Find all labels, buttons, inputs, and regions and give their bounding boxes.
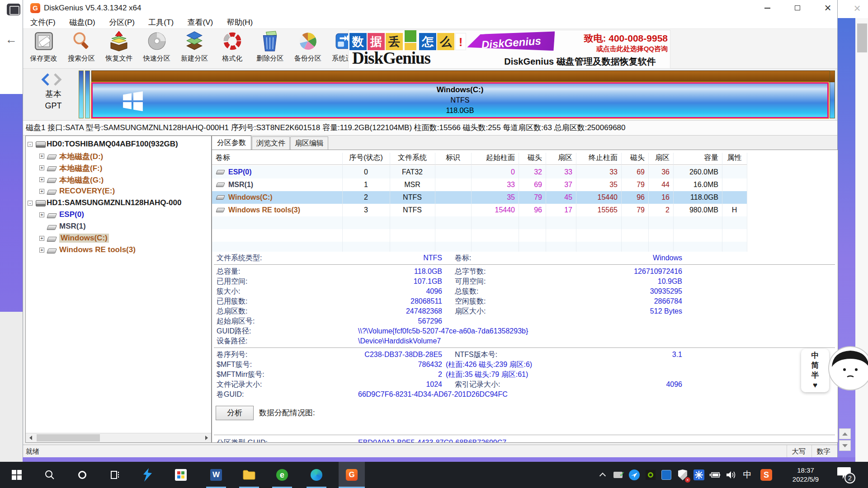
partition-block-esp[interactable] [79, 70, 84, 118]
cartoon-avatar[interactable] [827, 345, 868, 391]
detail-value: 126710972416 [543, 267, 682, 277]
expand-icon[interactable]: + [39, 248, 44, 253]
menu-file[interactable]: 文件(F) [24, 16, 61, 28]
detail-value: \\?\Volume{fcf0fc5b-5207-47ce-a60a-7da61… [358, 326, 528, 336]
ime-mode[interactable]: 中 [811, 351, 819, 361]
tree-item-recovery-e[interactable]: + RECOVERY(E:) [26, 186, 211, 197]
tree-item-windows-re[interactable]: + Windows RE tools(3) [26, 244, 211, 256]
tree-item-windows-c[interactable]: + Windows(C:) [26, 233, 211, 244]
tree-horizontal-scrollbar[interactable] [26, 433, 211, 442]
ime-halfwidth[interactable]: 半 [811, 371, 819, 380]
tray-expand-button[interactable] [596, 468, 609, 482]
collapse-icon[interactable]: - [28, 201, 33, 206]
menu-partition[interactable]: 分区(P) [103, 16, 141, 28]
start-button[interactable] [4, 462, 30, 488]
partition-table-type-label: GPT [33, 101, 74, 111]
scroll-left-button[interactable] [26, 433, 35, 442]
partition-block-msr[interactable] [85, 70, 90, 118]
expand-icon[interactable]: + [39, 154, 44, 159]
sogou-tray-icon[interactable]: S [760, 468, 773, 482]
save-changes-button[interactable]: 保存更改 [26, 29, 61, 68]
scrollbar-thumb[interactable] [37, 434, 100, 441]
recover-files-button[interactable]: 恢复文件 [101, 29, 137, 68]
file-explorer-button[interactable] [236, 462, 262, 488]
delete-partition-button[interactable]: 删除分区 [252, 29, 288, 68]
edge-button[interactable] [303, 462, 330, 488]
tab-sector-edit[interactable]: 扇区编辑 [290, 136, 328, 150]
maximize-button[interactable] [787, 0, 808, 16]
analyze-button[interactable]: 分析 [216, 406, 254, 420]
intel-graphics-tray-icon[interactable] [660, 468, 673, 482]
save-icon [33, 31, 54, 53]
new-partition-button[interactable]: 新建分区 [177, 29, 212, 68]
menu-view[interactable]: 查看(V) [182, 16, 219, 28]
expand-icon[interactable]: + [39, 212, 44, 217]
partition-block-windows-c[interactable]: Windows(C:) NTFS 118.0GB [91, 82, 829, 118]
task-view-button[interactable] [102, 462, 128, 488]
lightning-icon [142, 468, 153, 482]
freeze-tray-icon[interactable] [692, 468, 706, 482]
scroll-down-button[interactable] [839, 440, 851, 451]
thunder-app-button[interactable] [134, 462, 160, 488]
quick-partition-button[interactable]: 快速分区 [139, 29, 175, 68]
tree-item-msr[interactable]: MSR(1) [26, 221, 211, 233]
table-row-esp[interactable]: ESP(0) 0 FAT32 0 32 33 33 69 36 260.0MB [212, 166, 747, 178]
tree-item-local-f[interactable]: + 本地磁盘(F:) [26, 162, 211, 174]
menubar: 文件(F) 磁盘(D) 分区(P) 工具(T) 查看(V) 帮助(H) [23, 16, 837, 29]
heart-icon[interactable]: ♥ [813, 380, 817, 390]
nvidia-tray-icon[interactable] [644, 468, 657, 482]
expand-icon[interactable]: + [39, 236, 44, 241]
format-button[interactable]: 格式化 [214, 29, 250, 68]
word-button[interactable]: W [203, 462, 229, 488]
taskbar-search-button[interactable] [37, 462, 63, 488]
menu-disk[interactable]: 磁盘(D) [63, 16, 101, 28]
expand-icon[interactable]: + [39, 177, 44, 182]
battery-tray-icon[interactable] [708, 468, 722, 482]
tree-item-esp[interactable]: + ESP(0) [26, 209, 211, 221]
search-partition-button[interactable]: 搜索分区 [63, 29, 99, 68]
store-button[interactable] [168, 462, 194, 488]
partition-icon [47, 190, 57, 195]
expand-icon[interactable]: + [39, 189, 44, 194]
backup-partition-button[interactable]: 备份分区 [290, 29, 326, 68]
ime-toolbar[interactable]: 中 简 半 ♥ [801, 349, 829, 392]
disk-header-bar[interactable] [91, 70, 835, 82]
tab-partition-params[interactable]: 分区参数 [212, 136, 251, 150]
disk-nav-arrows[interactable] [41, 73, 66, 86]
inactive-close-icon: × [848, 1, 866, 15]
ime-simplified[interactable]: 简 [811, 361, 819, 371]
bird-app-tray-icon[interactable] [627, 468, 641, 482]
taskbar-clock[interactable]: 18:37 2022/5/9 [782, 466, 829, 484]
tree-item-hd0[interactable]: - HD0:TOSHIBAMQ04ABF100(932GB) [26, 139, 211, 150]
table-row-msr[interactable]: MSR(1) 1 MSR 33 69 37 35 79 44 16.0MB [212, 178, 747, 191]
recover-files-icon [108, 31, 129, 53]
tree-item-hd1[interactable]: - HD1:SAMSUNGMZNLN128HAHQ-000 [26, 197, 211, 209]
hard-disk-icon [36, 200, 46, 206]
close-button[interactable]: × [817, 0, 839, 16]
cortana-button[interactable] [69, 462, 95, 488]
ime-indicator[interactable]: 中 [741, 468, 754, 482]
expand-icon[interactable]: + [39, 165, 44, 170]
scroll-up-button[interactable] [839, 428, 851, 439]
table-row-windows-c-selected[interactable]: Windows(C:) 2 NTFS 35 79 45 15440 96 16 … [212, 191, 747, 204]
tab-browse-files[interactable]: 浏览文件 [252, 136, 290, 150]
printer-tray-icon[interactable]: ✓ [611, 468, 625, 482]
browser-360-button[interactable]: e [269, 462, 295, 488]
detail-label: 索引记录大小: [455, 380, 500, 389]
defender-tray-icon[interactable]: × [676, 468, 689, 482]
banner-qq-link[interactable]: 或点击此处选择QQ咨询 [551, 45, 668, 53]
partition-block-re-tools[interactable] [830, 70, 835, 118]
detail-value: 512 Bytes [543, 306, 682, 316]
tree-item-local-d[interactable]: + 本地磁盘(D:) [26, 150, 211, 162]
scroll-right-button[interactable] [202, 433, 211, 442]
minimize-button[interactable] [756, 0, 778, 16]
background-scrollbar-thumb[interactable] [857, 23, 867, 52]
diskgenius-taskbar-button[interactable]: G [339, 462, 365, 488]
menu-help[interactable]: 帮助(H) [221, 16, 259, 28]
banner-ad[interactable]: 数 据 丢 怎 么 ! DiskGenius 致电: 400-008-9958 … [348, 30, 670, 69]
volume-tray-icon[interactable] [724, 468, 738, 482]
detail-value: 1024 [271, 380, 442, 389]
collapse-icon[interactable]: - [28, 142, 33, 147]
tree-item-local-g[interactable]: + 本地磁盘(G:) [26, 174, 211, 186]
menu-tools[interactable]: 工具(T) [142, 16, 179, 28]
